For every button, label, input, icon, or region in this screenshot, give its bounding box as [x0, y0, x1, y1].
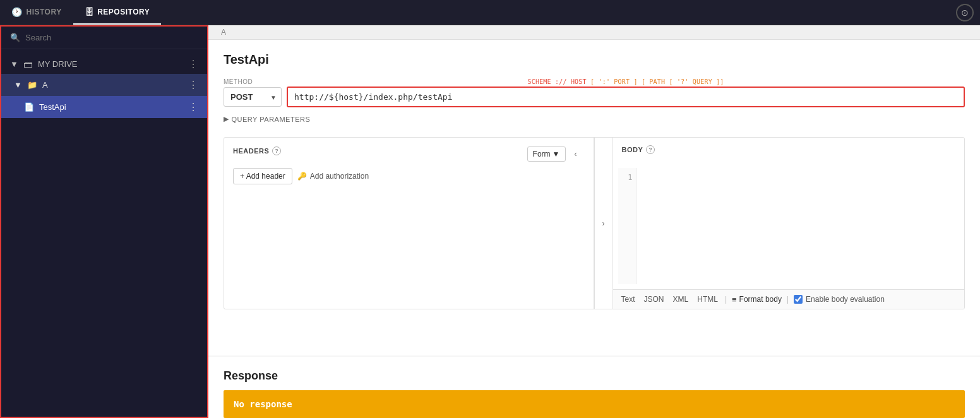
toolbar-separator-2: | [787, 295, 789, 304]
repository-tab-label: REPOSITORY [97, 8, 150, 16]
folder-name: A [42, 80, 48, 90]
body-content[interactable] [637, 168, 960, 284]
folder-more-button[interactable]: ⋮ [188, 79, 198, 91]
drive-header[interactable]: ▼ 🗃 MY DRIVE ⋮ [1, 54, 207, 74]
response-section: Response No response [208, 357, 980, 418]
enable-eval-label: Enable body evaluation [806, 295, 885, 304]
history-icon: 🕐 [11, 7, 23, 17]
headers-panel-title-row: HEADERS ? Form ▼ ‹ [233, 145, 585, 163]
format-body-icon: ≡ [732, 295, 737, 304]
add-auth-button[interactable]: 🔑 Add authorization [297, 172, 369, 181]
query-params-chevron: ▶ [224, 115, 229, 123]
response-title: Response [224, 369, 965, 383]
drive-icon: 🗃 [23, 59, 33, 69]
body-type-html[interactable]: HTML [695, 294, 720, 305]
sidebar: 🔍 Search ▼ 🗃 MY DRIVE ⋮ ▼ 📁 A ⋮ 📄 TestAp… [0, 25, 208, 418]
folder-icon: 📁 [27, 80, 37, 90]
headers-label: HEADERS [233, 147, 269, 155]
api-panel: TestApi METHOD POST GET PUT DELETE PATCH… [208, 40, 980, 355]
url-input[interactable] [287, 87, 965, 107]
line-numbers: 1 [618, 168, 637, 284]
body-label: BODY [622, 146, 643, 153]
body-help-icon[interactable]: ? [646, 145, 655, 154]
add-header-label: + Add header [240, 172, 285, 181]
api-item-testapi[interactable]: 📄 TestApi ⋮ [1, 96, 207, 118]
body-type-xml[interactable]: XML [671, 294, 691, 305]
drive-label: MY DRIVE [38, 59, 78, 69]
history-tab-label: HISTORY [27, 8, 62, 16]
collapse-left-button[interactable]: ‹ [567, 145, 585, 163]
add-header-button[interactable]: + Add header [233, 168, 292, 184]
url-field-wrap: SCHEME :// HOST [ ':' PORT ] [ PATH [ '?… [287, 78, 965, 107]
headers-toolbar: + Add header 🔑 Add authorization [233, 168, 585, 184]
nav-tab-history[interactable]: 🕐 HISTORY [0, 0, 73, 25]
headers-body-section: HEADERS ? Form ▼ ‹ + A [224, 137, 965, 309]
expand-right-button[interactable]: › [595, 215, 612, 232]
api-doc-icon: 📄 [24, 102, 34, 112]
drive-more-button[interactable]: ⋮ [188, 58, 198, 70]
no-response-bar: No response [224, 390, 965, 418]
body-editor: 1 [613, 163, 965, 289]
headers-form-controls: Form ▼ ‹ [527, 145, 585, 163]
add-auth-label: Add authorization [310, 172, 369, 181]
api-more-button[interactable]: ⋮ [188, 101, 198, 113]
body-type-json[interactable]: JSON [642, 294, 666, 305]
query-params-toggle[interactable]: ▶ QUERY PARAMETERS [224, 111, 965, 127]
form-dropdown-arrow: ▼ [553, 150, 560, 158]
form-label: Form [533, 150, 551, 158]
body-panel-title-row: BODY ? [613, 138, 965, 163]
toolbar-separator-1: | [725, 295, 727, 304]
api-item-label: TestApi [39, 102, 66, 112]
body-type-text[interactable]: Text [619, 294, 637, 305]
headers-panel-title: HEADERS ? [233, 146, 281, 155]
url-scheme-hint: SCHEME :// HOST [ ':' PORT ] [ PATH [ '?… [287, 78, 965, 85]
format-body-label: Format body [739, 295, 782, 304]
format-body-button[interactable]: ≡ Format body [732, 295, 782, 304]
method-url-row: METHOD POST GET PUT DELETE PATCH ▼ [224, 78, 965, 107]
search-label: Search [25, 33, 51, 42]
save-icon: ⊙ [961, 8, 969, 18]
method-section: METHOD POST GET PUT DELETE PATCH ▼ [224, 78, 282, 107]
section-divider: › [594, 138, 613, 309]
api-title: TestApi [224, 52, 965, 67]
main-layout: 🔍 Search ▼ 🗃 MY DRIVE ⋮ ▼ 📁 A ⋮ 📄 TestAp… [0, 25, 980, 418]
enable-eval-wrap[interactable]: Enable body evaluation [794, 295, 885, 304]
method-select-wrap: POST GET PUT DELETE PATCH ▼ [224, 87, 282, 107]
folder-item-a[interactable]: ▼ 📁 A ⋮ [1, 74, 207, 96]
enable-eval-checkbox[interactable] [794, 295, 803, 304]
drive-section: ▼ 🗃 MY DRIVE ⋮ ▼ 📁 A ⋮ 📄 TestApi ⋮ [1, 49, 207, 123]
breadcrumb: A [208, 25, 980, 40]
headers-panel: HEADERS ? Form ▼ ‹ + A [224, 138, 594, 309]
folder-collapse-icon: ▼ [14, 80, 22, 90]
query-params-label: QUERY PARAMETERS [232, 116, 311, 123]
nav-tab-repository[interactable]: 🗄 REPOSITORY [73, 0, 162, 25]
top-nav: 🕐 HISTORY 🗄 REPOSITORY ⊙ [0, 0, 980, 25]
save-button[interactable]: ⊙ [956, 4, 974, 21]
method-label: METHOD [224, 78, 282, 85]
line-number-1: 1 [622, 173, 633, 182]
method-select[interactable]: POST GET PUT DELETE PATCH [224, 87, 282, 107]
body-panel: BODY ? 1 Text JSON XML HTML [613, 138, 965, 309]
search-bar[interactable]: 🔍 Search [1, 27, 207, 49]
search-icon: 🔍 [10, 33, 20, 42]
collapse-icon: ▼ [10, 59, 18, 69]
body-panel-title: BODY ? [622, 145, 956, 154]
auth-icon: 🔑 [297, 172, 307, 181]
repository-icon: 🗄 [85, 7, 94, 17]
content-area: A TestApi METHOD POST GET PUT DELETE PAT… [208, 25, 980, 418]
body-toolbar: Text JSON XML HTML | ≡ Format body | Ena… [613, 289, 965, 309]
headers-help-icon[interactable]: ? [272, 146, 281, 155]
form-dropdown[interactable]: Form ▼ [527, 146, 566, 162]
